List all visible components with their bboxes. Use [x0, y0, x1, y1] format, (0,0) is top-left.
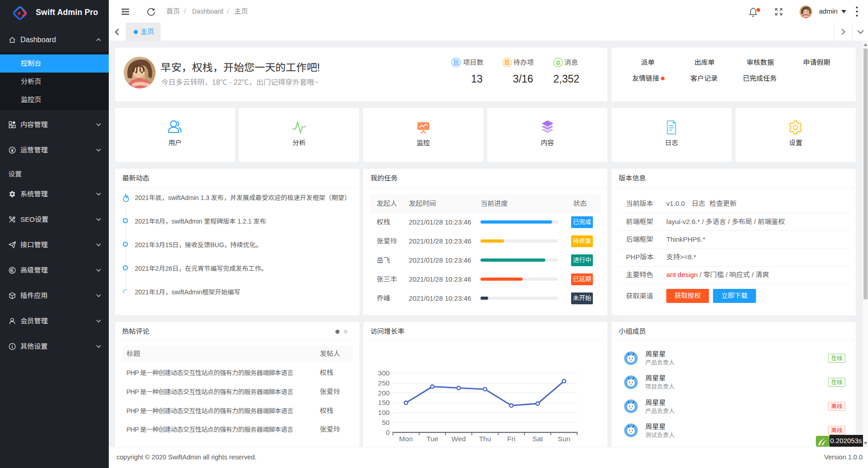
svg-text:Tue: Tue: [427, 435, 438, 443]
svg-text:Mon: Mon: [399, 435, 413, 443]
svg-text:Wed: Wed: [451, 435, 466, 443]
svg-text:Fri: Fri: [507, 435, 515, 443]
svg-text:Thu: Thu: [479, 435, 491, 443]
svg-text:Sat: Sat: [533, 435, 543, 443]
svg-text:100: 100: [378, 409, 390, 416]
svg-text:250: 250: [378, 379, 390, 386]
svg-text:0: 0: [386, 428, 390, 436]
svg-text:Sun: Sun: [558, 435, 571, 443]
svg-text:300: 300: [378, 369, 390, 377]
svg-text:200: 200: [378, 389, 390, 396]
svg-text:150: 150: [378, 399, 390, 406]
svg-text:50: 50: [382, 418, 390, 426]
